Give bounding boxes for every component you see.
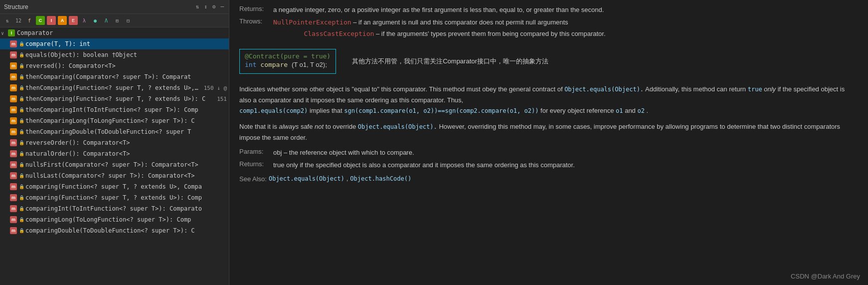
item-label-c1: comparing(Function<? super T, ? extends … — [25, 183, 202, 190]
method-icon-compare: m — [10, 40, 17, 47]
tree-item-equals[interactable]: m 🔒 equals(Object): boolean †Object — [0, 49, 229, 60]
classcast-desc: – if the arguments' types prevent them f… — [376, 30, 606, 37]
sort-icon[interactable]: ⇅ — [195, 3, 200, 10]
sort-12-icon[interactable]: 12 — [14, 16, 23, 25]
lambda-filter-icon[interactable]: λ — [80, 16, 89, 25]
method-icon-nl: m — [10, 172, 17, 179]
tree-item-naturalorder[interactable]: m 🔒 naturalOrder(): Comparator<T> — [0, 148, 229, 159]
item-label-tc1: thenComparing(Comparator<? super T>): Co… — [25, 73, 191, 80]
line-num-tc2: 150 ↓ @ — [204, 85, 227, 91]
circle-filter-icon[interactable]: ● — [91, 16, 100, 25]
lock-icon-tci: 🔒 — [19, 107, 24, 112]
method-icon-cl: m — [10, 216, 17, 223]
params-label: Params: — [239, 148, 269, 158]
method-icon-tc1: m — [10, 73, 17, 80]
method-icon-equals: m — [10, 51, 17, 58]
tree-item-comparingdouble[interactable]: m 🔒 comparingDouble(ToDoubleFunction<? s… — [0, 225, 229, 236]
para1-cont4: for every object reference — [540, 107, 614, 114]
tree-item-comparingint[interactable]: m 🔒 comparingInt(ToIntFunction<? super T… — [0, 203, 229, 214]
para1-cont: Additionally, this method can return — [645, 85, 746, 93]
method-icon-tc2: m — [10, 84, 17, 91]
tree-item-reverseorder[interactable]: m 🔒 reverseOrder(): Comparator<T> — [0, 137, 229, 148]
item-label-c2: comparing(Function<? super T, ? extends … — [25, 194, 202, 201]
panel-header: Structure ⇅ ↕ ⚙ ─ — [0, 0, 229, 14]
settings-icon[interactable]: ⚙ — [211, 3, 217, 10]
expand-icon[interactable]: ⊞ — [113, 16, 122, 25]
throws-nullpointer-row: NullPointerException – if an argument is… — [273, 17, 606, 28]
method-icon-tcl: m — [10, 117, 17, 124]
method-icon-tci: m — [10, 106, 17, 113]
lock-icon-cd: 🔒 — [19, 228, 24, 233]
lock-icon-nf: 🔒 — [19, 162, 24, 167]
lambda2-filter-icon[interactable]: Λ — [102, 16, 111, 25]
item-label-compare: compare(T, T): int — [25, 40, 90, 47]
interface-filter-icon[interactable]: I — [47, 16, 56, 25]
code-line: int compare (T o1, T o2); — [245, 60, 331, 70]
lock-icon-cl: 🔒 — [19, 217, 24, 222]
annotation-line: @Contract(pure = true) — [245, 52, 331, 60]
tree-item-compare[interactable]: m 🔒 compare(T, T): int — [0, 38, 229, 49]
nullpointer-desc: – if an argument is null and this compar… — [353, 18, 568, 26]
abstract-filter-icon[interactable]: A — [58, 16, 67, 25]
method-icon-nf: m — [10, 161, 17, 168]
item-label-equals: equals(Object): boolean †Object — [25, 51, 137, 58]
tree-item-thencomparinglong[interactable]: m 🔒 thenComparingLong(ToLongFunction<? s… — [0, 115, 229, 126]
method-icon-reversed: m — [10, 62, 17, 69]
tree-item-thencomparing3[interactable]: m 🔒 thenComparing(Function<? super T, ? … — [0, 93, 229, 104]
para2-always: always — [279, 123, 299, 130]
tree-item-thencomparingdouble[interactable]: m 🔒 thenComparingDouble(ToDoubleFunction… — [0, 126, 229, 137]
throws-content: NullPointerException – if an argument is… — [273, 17, 606, 39]
enum-filter-icon[interactable]: E — [69, 16, 78, 25]
item-label-nf: nullsFirst(Comparator<? super T>): Compa… — [25, 161, 198, 168]
tree-item-comparing2[interactable]: m 🔒 comparing(Function<? super T, ? exte… — [0, 192, 229, 203]
item-label-tc2: thenComparing(Function<? super T, ? exte… — [25, 84, 202, 91]
lock-icon-tc3: 🔒 — [19, 96, 24, 101]
method-icon-c2: m — [10, 194, 17, 201]
seealso-row: See Also: Object.equals(Object) , Object… — [239, 174, 858, 184]
close-icon[interactable]: ─ — [219, 3, 225, 10]
lock-icon-no: 🔒 — [19, 151, 24, 156]
seealso-label: See Also: — [239, 175, 267, 183]
returns-row: Returns: a negative integer, zero, or a … — [239, 5, 858, 15]
tree-item-nullsfirst[interactable]: m 🔒 nullsFirst(Comparator<? super T>): C… — [0, 159, 229, 170]
item-label-tci: thenComparingInt(ToIntFunction<? super T… — [25, 106, 198, 113]
code-keyword: int — [245, 61, 256, 68]
tree-root-item[interactable]: ∨ I Comparator — [0, 27, 229, 38]
seealso-sep: , — [347, 174, 348, 184]
tree-item-nullslast[interactable]: m 🔒 nullsLast(Comparator<? super T>): Co… — [0, 170, 229, 181]
sort2-icon[interactable]: ↕ — [203, 3, 208, 10]
tree-item-thencomparingint[interactable]: m 🔒 thenComparingInt(ToIntFunction<? sup… — [0, 104, 229, 115]
item-label-ci: comparingInt(ToIntFunction<? super T>): … — [25, 205, 202, 212]
item-label-cl: comparingLong(ToLongFunction<? super T>)… — [25, 216, 191, 223]
tree-item-thencomparing2[interactable]: m 🔒 thenComparing(Function<? super T, ? … — [0, 82, 229, 93]
classcast-exception: ClassCastException — [304, 30, 374, 37]
para1-true: true — [748, 86, 762, 93]
item-label-tcd: thenComparingDouble(ToDoubleFunction<? s… — [25, 128, 191, 135]
tree-item-reversed[interactable]: m 🔒 reversed(): Comparator<T> — [0, 60, 229, 71]
para2-not: not — [315, 123, 324, 130]
tree-container: ∨ I Comparator m 🔒 compare(T, T): int m … — [0, 27, 229, 285]
collapse-icon[interactable]: ⊟ — [124, 16, 133, 25]
para1-code2: comp1.equals(comp2) — [239, 107, 308, 114]
tree-item-comparing1[interactable]: m 🔒 comparing(Function<? super T, ? exte… — [0, 181, 229, 192]
lock-icon-equals: 🔒 — [19, 52, 24, 57]
para1-end: . — [647, 107, 649, 114]
sort-az-icon[interactable]: ⇅ — [3, 16, 12, 25]
watermark: CSDN @Dark And Grey — [791, 273, 860, 280]
class-icon: I — [8, 29, 15, 36]
item-label-reversed: reversed(): Comparator<T> — [25, 62, 116, 69]
para1-o1: o1 — [616, 107, 623, 114]
returns2-text: true only if the specified object is als… — [273, 160, 575, 171]
lock-icon-tcl: 🔒 — [19, 118, 24, 123]
class-filter-icon[interactable]: C — [36, 16, 45, 25]
field-filter-icon[interactable]: f — [25, 16, 34, 25]
tree-item-thencomparing1[interactable]: m 🔒 thenComparing(Comparator<? super T>)… — [0, 71, 229, 82]
method-icon-ro: m — [10, 139, 17, 146]
header-icons: ⇅ ↕ ⚙ ─ — [195, 3, 225, 10]
lock-icon-tcd: 🔒 — [19, 129, 24, 134]
item-label-ro: reverseOrder(): Comparator<T> — [25, 139, 130, 146]
returns2-label: Returns: — [239, 160, 269, 171]
lock-icon-ci: 🔒 — [19, 206, 24, 211]
params-text: obj – the reference object with which to… — [273, 148, 414, 158]
tree-item-comparinglong[interactable]: m 🔒 comparingLong(ToLongFunction<? super… — [0, 214, 229, 225]
